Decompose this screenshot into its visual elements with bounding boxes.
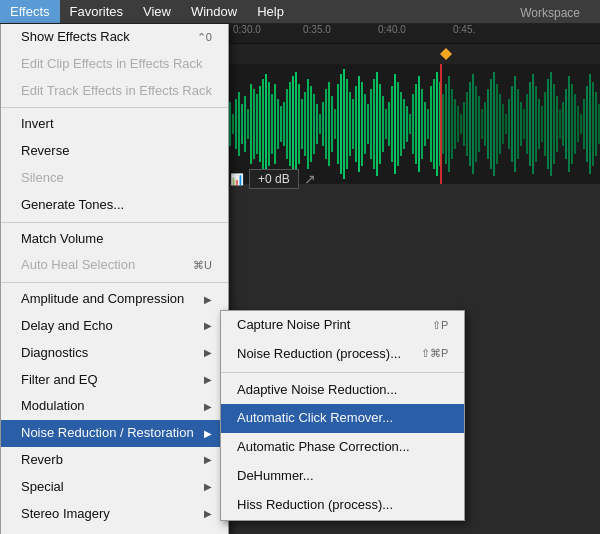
svg-rect-124 bbox=[589, 74, 591, 174]
svg-rect-113 bbox=[556, 96, 558, 152]
svg-rect-37 bbox=[328, 82, 330, 166]
svg-rect-64 bbox=[409, 114, 411, 134]
svg-rect-126 bbox=[595, 92, 597, 156]
svg-rect-63 bbox=[406, 106, 408, 142]
noise-reduction-submenu: Capture Noise Print ⇧P Noise Reduction (… bbox=[220, 310, 465, 521]
track-marker bbox=[440, 48, 452, 60]
menu-item-reverb[interactable]: Reverb ▶ bbox=[1, 447, 228, 474]
svg-rect-62 bbox=[403, 99, 405, 149]
menu-item-amplitude[interactable]: Amplitude and Compression ▶ bbox=[1, 286, 228, 313]
svg-rect-57 bbox=[388, 102, 390, 146]
submenu-item-noise-reduction-process[interactable]: Noise Reduction (process)... ⇧⌘P bbox=[221, 340, 464, 369]
svg-rect-80 bbox=[457, 106, 459, 142]
svg-rect-18 bbox=[271, 94, 273, 154]
svg-rect-44 bbox=[349, 92, 351, 156]
svg-rect-90 bbox=[487, 89, 489, 159]
menubar-item-favorites[interactable]: Favorites bbox=[60, 0, 133, 23]
menubar-item-window[interactable]: Window bbox=[181, 0, 247, 23]
menu-item-edit-track-effects: Edit Track Effects in Effects Rack bbox=[1, 78, 228, 105]
submenu-item-adaptive-noise[interactable]: Adaptive Noise Reduction... bbox=[221, 376, 464, 405]
submenu-item-capture-noise[interactable]: Capture Noise Print ⇧P bbox=[221, 311, 464, 340]
separator-3 bbox=[1, 282, 228, 283]
svg-rect-39 bbox=[334, 109, 336, 139]
menu-item-invert[interactable]: Invert bbox=[1, 111, 228, 138]
menu-item-noise-reduction[interactable]: Noise Reduction / Restoration ▶ bbox=[1, 420, 228, 447]
menu-item-special[interactable]: Special ▶ bbox=[1, 474, 228, 501]
svg-rect-48 bbox=[361, 82, 363, 166]
svg-rect-83 bbox=[466, 92, 468, 156]
svg-rect-89 bbox=[484, 102, 486, 146]
svg-rect-66 bbox=[415, 84, 417, 164]
svg-rect-96 bbox=[505, 114, 507, 134]
waveform-svg bbox=[220, 64, 600, 184]
svg-rect-82 bbox=[463, 102, 465, 146]
tick-2: 0:35.0 bbox=[300, 24, 331, 35]
svg-rect-7 bbox=[238, 92, 240, 156]
menu-item-stereo[interactable]: Stereo Imagery ▶ bbox=[1, 501, 228, 528]
svg-rect-23 bbox=[286, 89, 288, 159]
svg-rect-69 bbox=[424, 102, 426, 146]
svg-rect-122 bbox=[583, 99, 585, 149]
tick-1: 0:30.0 bbox=[230, 24, 261, 35]
svg-rect-16 bbox=[265, 74, 267, 174]
svg-rect-36 bbox=[325, 89, 327, 159]
svg-rect-41 bbox=[340, 74, 342, 174]
svg-rect-58 bbox=[391, 86, 393, 162]
menubar-item-effects[interactable]: Effects bbox=[0, 0, 60, 23]
submenu-item-auto-click[interactable]: Automatic Click Remover... bbox=[221, 404, 464, 433]
svg-rect-123 bbox=[586, 86, 588, 162]
menu-item-show-effects-rack[interactable]: Show Effects Rack ⌃0 bbox=[1, 24, 228, 51]
menu-item-edit-clip-effects: Edit Clip Effects in Effects Rack bbox=[1, 51, 228, 78]
svg-rect-52 bbox=[373, 79, 375, 169]
svg-rect-61 bbox=[400, 92, 402, 156]
menu-item-time-pitch[interactable]: Time and Pitch ▶ bbox=[1, 527, 228, 534]
menu-item-modulation[interactable]: Modulation ▶ bbox=[1, 393, 228, 420]
svg-rect-60 bbox=[397, 82, 399, 166]
svg-rect-94 bbox=[499, 94, 501, 154]
svg-rect-115 bbox=[562, 102, 564, 146]
effects-menu: Show Effects Rack ⌃0 Edit Clip Effects i… bbox=[0, 24, 229, 534]
menu-item-auto-heal: Auto Heal Selection ⌘U bbox=[1, 252, 228, 279]
svg-rect-71 bbox=[430, 86, 432, 162]
menu-item-diagnostics[interactable]: Diagnostics ▶ bbox=[1, 340, 228, 367]
submenu-item-hiss-reduction[interactable]: Hiss Reduction (process)... bbox=[221, 491, 464, 520]
svg-rect-111 bbox=[550, 72, 552, 176]
menu-item-generate-tones[interactable]: Generate Tones... bbox=[1, 192, 228, 219]
svg-rect-86 bbox=[475, 86, 477, 162]
submenu-item-dehummer[interactable]: DeHummer... bbox=[221, 462, 464, 491]
svg-rect-21 bbox=[280, 106, 282, 142]
submenu-item-auto-phase[interactable]: Automatic Phase Correction... bbox=[221, 433, 464, 462]
svg-rect-26 bbox=[295, 72, 297, 176]
svg-rect-8 bbox=[241, 104, 243, 144]
menu-bar: Effects Favorites View Window Help Works… bbox=[0, 0, 600, 24]
svg-rect-77 bbox=[448, 76, 450, 172]
svg-rect-31 bbox=[310, 86, 312, 162]
svg-rect-32 bbox=[313, 94, 315, 154]
menu-item-match-volume[interactable]: Match Volume bbox=[1, 226, 228, 253]
svg-rect-119 bbox=[574, 94, 576, 154]
svg-rect-109 bbox=[544, 92, 546, 156]
svg-rect-56 bbox=[385, 109, 387, 139]
svg-rect-84 bbox=[469, 82, 471, 166]
svg-rect-9 bbox=[244, 96, 246, 152]
svg-rect-97 bbox=[508, 99, 510, 149]
svg-rect-11 bbox=[250, 84, 252, 164]
svg-rect-88 bbox=[481, 109, 483, 139]
menu-item-filter[interactable]: Filter and EQ ▶ bbox=[1, 367, 228, 394]
svg-rect-30 bbox=[307, 79, 309, 169]
menubar-item-help[interactable]: Help bbox=[247, 0, 294, 23]
svg-rect-85 bbox=[472, 74, 474, 174]
svg-rect-105 bbox=[532, 74, 534, 174]
svg-rect-50 bbox=[367, 104, 369, 144]
svg-rect-14 bbox=[259, 86, 261, 162]
tick-4: 0:45. bbox=[450, 24, 475, 35]
svg-rect-114 bbox=[559, 109, 561, 139]
separator-1 bbox=[1, 107, 228, 108]
svg-rect-22 bbox=[283, 102, 285, 146]
menu-item-delay[interactable]: Delay and Echo ▶ bbox=[1, 313, 228, 340]
menubar-item-view[interactable]: View bbox=[133, 0, 181, 23]
svg-rect-10 bbox=[247, 109, 249, 139]
svg-rect-91 bbox=[490, 79, 492, 169]
menu-item-reverse[interactable]: Reverse bbox=[1, 138, 228, 165]
svg-rect-107 bbox=[538, 99, 540, 149]
